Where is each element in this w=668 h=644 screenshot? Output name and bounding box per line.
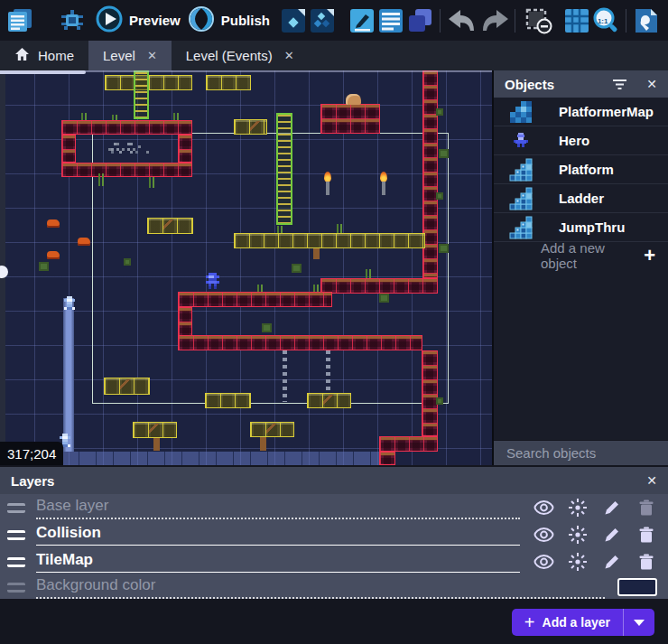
layer-row-base-layer[interactable]: Base layer (0, 494, 668, 521)
scene-grass[interactable] (335, 224, 344, 233)
drag-handle-icon[interactable] (7, 583, 25, 593)
publish-button[interactable]: Publish (188, 5, 270, 35)
object-row-hero[interactable]: Hero (494, 126, 668, 155)
edit-scene-icon[interactable] (348, 5, 376, 36)
scene-grass[interactable] (255, 285, 264, 292)
scene-stem[interactable] (260, 437, 266, 451)
instances-list-icon[interactable] (405, 5, 434, 36)
effects-icon[interactable] (567, 553, 589, 571)
drag-handle-icon[interactable] (7, 557, 25, 567)
visibility-eye-icon[interactable] (533, 527, 554, 542)
layer-row-tilemap[interactable]: TileMap (0, 548, 668, 575)
close-panel-icon[interactable]: ✕ (646, 473, 657, 488)
scene-critter[interactable] (47, 219, 60, 228)
delete-selection-icon[interactable] (524, 5, 553, 36)
scene-moss[interactable] (436, 397, 443, 405)
scene-red[interactable] (422, 350, 438, 436)
scene-hero[interactable] (206, 273, 209, 275)
scene-moss[interactable] (436, 108, 443, 116)
scene-bones[interactable] (108, 143, 111, 145)
delete-trash-icon[interactable] (636, 554, 657, 570)
properties-list-icon[interactable] (376, 5, 405, 36)
scene-moss[interactable] (379, 294, 389, 303)
scene-critter[interactable] (47, 251, 60, 259)
scene-grass[interactable] (364, 269, 373, 278)
scene-editor-canvas[interactable]: 317;204 (0, 70, 492, 465)
tab-level[interactable]: Level ✕ (88, 41, 172, 70)
scene-yellow[interactable] (133, 422, 177, 438)
scene-red[interactable] (178, 135, 192, 163)
scene-critter[interactable] (78, 238, 90, 246)
edit-pencil-icon[interactable] (601, 554, 623, 570)
object-groups-icon[interactable] (308, 5, 337, 36)
add-layer-button[interactable]: + Add a layer (512, 609, 654, 636)
edit-pencil-icon[interactable] (601, 499, 623, 516)
edit-pencil-icon[interactable] (601, 527, 623, 543)
filter-icon[interactable] (613, 77, 626, 92)
scene-yellow[interactable] (307, 393, 351, 408)
project-manager-icon[interactable] (5, 5, 34, 36)
layer-row-background-color[interactable]: Background color (0, 575, 668, 599)
scene-red[interactable] (61, 135, 76, 163)
canvas-scrollbar-thumb[interactable] (0, 70, 86, 74)
delete-trash-icon[interactable] (636, 499, 657, 516)
drag-handle-icon[interactable] (7, 503, 25, 513)
scene-red[interactable] (320, 278, 438, 294)
object-row-jumpthru[interactable]: JumpThru (494, 213, 668, 242)
scene-red[interactable] (61, 163, 192, 177)
scene-torch[interactable] (323, 172, 332, 195)
add-object-icon[interactable] (279, 5, 308, 36)
object-row-platformermap[interactable]: PlatformerMap (494, 98, 668, 126)
scene-moss[interactable] (39, 262, 49, 271)
scene-yellow[interactable] (205, 393, 251, 408)
scene-red[interactable] (379, 452, 395, 465)
scene-figure[interactable] (60, 434, 62, 436)
close-panel-icon[interactable]: ✕ (646, 77, 657, 91)
scene-stem[interactable] (153, 438, 160, 451)
scene-chain[interactable] (283, 350, 287, 402)
scene-red[interactable] (61, 120, 192, 135)
drag-handle-icon[interactable] (7, 530, 25, 540)
undo-icon[interactable] (446, 5, 475, 36)
scene-stem[interactable] (313, 248, 320, 259)
scene-moss[interactable] (124, 258, 131, 266)
scene-grass[interactable] (97, 173, 106, 186)
debugger-icon[interactable] (58, 5, 87, 36)
effects-icon[interactable] (567, 526, 589, 544)
scene-pillar[interactable] (63, 298, 74, 452)
background-color-swatch[interactable] (617, 578, 657, 596)
scene-ladder[interactable] (134, 70, 149, 119)
close-tab-icon[interactable]: ✕ (147, 49, 157, 62)
scene-grass[interactable] (311, 285, 320, 292)
scene-yellow[interactable] (234, 119, 267, 135)
scene-ladder[interactable] (276, 113, 292, 225)
scene-moss[interactable] (262, 323, 272, 332)
visibility-eye-icon[interactable] (533, 500, 554, 515)
scene-yellow[interactable] (147, 218, 193, 234)
scene-grass[interactable] (172, 113, 181, 120)
scene-mushroom[interactable] (346, 94, 361, 105)
delete-trash-icon[interactable] (636, 527, 657, 543)
canvas-scrollbar-handle[interactable] (0, 266, 8, 278)
layer-row-collision[interactable]: Collision (0, 521, 668, 548)
scene-moss[interactable] (439, 149, 449, 158)
scene-yellow[interactable] (206, 75, 251, 90)
object-row-platform[interactable]: Platform (494, 155, 668, 184)
scene-yellow[interactable] (250, 422, 294, 437)
redo-icon[interactable] (480, 5, 509, 36)
scene-grass[interactable] (147, 177, 156, 188)
close-tab-icon[interactable]: ✕ (284, 49, 294, 62)
search-objects-input[interactable] (505, 444, 668, 462)
tools-icon[interactable] (632, 5, 661, 36)
scene-yellow[interactable] (234, 233, 425, 248)
scene-red[interactable] (178, 335, 422, 350)
scene-grass[interactable] (79, 113, 88, 120)
effects-icon[interactable] (567, 499, 589, 517)
tab-home[interactable]: Home (0, 41, 88, 70)
tab-level-events[interactable]: Level (Events) ✕ (172, 41, 309, 70)
scene-grass[interactable] (275, 226, 284, 233)
scene-moss[interactable] (292, 264, 302, 273)
scene-chain[interactable] (326, 350, 330, 393)
scene-figure[interactable] (64, 296, 67, 299)
scene-yellow[interactable] (104, 378, 150, 395)
